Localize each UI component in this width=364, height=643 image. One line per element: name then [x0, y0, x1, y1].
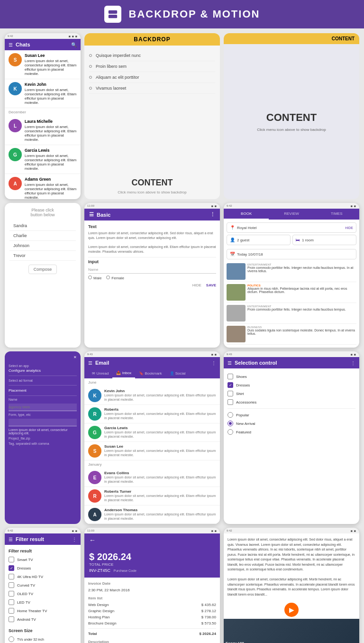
guests-icon: 👤: [230, 238, 235, 242]
filter-curved[interactable]: Curved TV: [9, 581, 77, 589]
menu-item-2[interactable]: Proin libero sem: [89, 61, 215, 72]
email-item-kevin[interactable]: K Kevin John Lorem ipsum dolor sit amet,…: [84, 386, 220, 405]
radio-featured-circle[interactable]: [228, 429, 233, 435]
chat-item-garcia[interactable]: G Garcia Lewis Lorem ipsum dolor sit ame…: [5, 145, 81, 174]
list-item-johnson[interactable]: Johnson: [9, 241, 76, 251]
date-field[interactable]: 📅 Today 10/07/18: [227, 249, 356, 259]
rooms-field[interactable]: 🛏 1 room: [292, 235, 356, 245]
filter-more-icon[interactable]: ⋮: [72, 537, 77, 542]
checkbox-accessories-box[interactable]: [228, 399, 233, 405]
checkbox-shoes[interactable]: Shoes: [228, 372, 355, 381]
email-item-susan[interactable]: S Susan Lee Lorem ipsum dolor sit amet, …: [84, 442, 220, 460]
chat-name-susan: Susan Lee: [25, 53, 77, 58]
chat-item-susan[interactable]: S Susan Lee Lorem ipsum dolor sit amet, …: [5, 50, 81, 79]
chat-item-laura[interactable]: L Laura Michelle Lorem ipsum dolor sit a…: [5, 116, 81, 145]
hamburger-icon[interactable]: ☰: [89, 211, 94, 218]
content-desc-right: Click menu icon above to show backdrop: [257, 128, 326, 132]
chat-title: Chats: [16, 42, 68, 47]
radio-featured[interactable]: Featured: [228, 428, 355, 436]
name-input[interactable]: Name: [88, 266, 216, 274]
size-under32[interactable]: TVs under 32 inch: [9, 635, 77, 643]
filter-android[interactable]: Android TV: [9, 615, 77, 624]
chat-name-laura: Laura Michelle: [25, 119, 77, 124]
menu-item-4[interactable]: Vivamus laoreet: [89, 83, 215, 94]
email-hamburger-icon[interactable]: ☰: [88, 360, 92, 366]
filter-curved-box[interactable]: [9, 582, 14, 588]
filter-phone: 9:42◾◾ ☰ Filter result ⋮ Filter result S…: [5, 528, 81, 643]
checkbox-shirt[interactable]: Shirt: [228, 389, 355, 398]
news-item-4[interactable]: BUSINESS Duis sodales ligula non sceleri…: [227, 324, 356, 345]
size-under32-radio[interactable]: [9, 636, 14, 642]
checkbox-shirt-box[interactable]: [228, 391, 233, 396]
invoice-back-icon[interactable]: ←: [89, 536, 96, 544]
radio-popular-circle[interactable]: [228, 412, 233, 418]
checkbox-shoes-box[interactable]: [228, 374, 233, 379]
hide-button[interactable]: HIDE: [192, 283, 201, 287]
close-button[interactable]: ✕: [9, 355, 77, 359]
svg-rect-0: [108, 10, 117, 14]
filter-4k-box[interactable]: [9, 574, 14, 579]
female-radio[interactable]: Female: [106, 276, 124, 280]
play-button[interactable]: ▶: [284, 603, 299, 617]
radio-new-arrival-circle[interactable]: [228, 421, 233, 426]
filter-dresses[interactable]: ✓ Dresses: [9, 564, 77, 572]
agency-input[interactable]: [9, 404, 77, 411]
filter-led[interactable]: LED TV: [9, 598, 77, 606]
filter-oled-box[interactable]: [9, 591, 14, 597]
menu-item-1[interactable]: Quisque imperdiet nunc: [89, 50, 215, 61]
checkbox-accessories[interactable]: Accessories: [228, 398, 355, 406]
filter-hamburger-icon[interactable]: ☰: [9, 537, 13, 542]
checkbox-dresses-box[interactable]: ✓: [228, 382, 233, 388]
tab-times[interactable]: TIMES: [314, 209, 359, 220]
filter-oled[interactable]: OLED TV: [9, 589, 77, 598]
filter-home-theater[interactable]: Home Theater TV: [9, 606, 77, 615]
selection-more-icon[interactable]: ⋮: [351, 360, 355, 366]
more-icon[interactable]: ⋮: [210, 211, 215, 218]
email-item-roberts[interactable]: R Roberts Lorem ipsum dolor sit amet, co…: [84, 405, 220, 423]
input-section-title: Input: [88, 259, 216, 264]
tab-unread[interactable]: ✉ Unread: [88, 368, 112, 378]
filter-home-theater-box[interactable]: [9, 608, 14, 614]
invoice-item-hosting: Hosting Plan$ 738.00: [88, 614, 216, 620]
tab-social[interactable]: 👤 Social: [166, 368, 190, 378]
tab-inbox[interactable]: 📥 Inbox: [112, 368, 135, 378]
email-item-evans[interactable]: E Evans Collins Lorem ipsum dolor sit am…: [84, 468, 220, 487]
filter-4k[interactable]: 4K Ultra HD TV: [9, 572, 77, 581]
radio-new-arrival[interactable]: New Arrival: [228, 419, 355, 428]
list-item-charlie[interactable]: Charlie: [9, 231, 76, 241]
list-item-trevor[interactable]: Trevor: [9, 251, 76, 261]
news-item-3[interactable]: ENTERTAINMENT Proin commodo porttitor fe…: [227, 303, 356, 324]
email-item-roberts-turner[interactable]: R Roberts Turner Lorem ipsum dolor sit a…: [84, 487, 220, 505]
basic-content: Text Lorem ipsum dolor sit amet, consect…: [84, 220, 220, 291]
filter-smart-tv[interactable]: Smart TV: [9, 555, 77, 564]
form-type-input[interactable]: [9, 419, 77, 426]
filter-dresses-box[interactable]: ✓: [9, 565, 14, 571]
checkbox-dresses[interactable]: ✓ Dresses: [228, 381, 355, 389]
tab-book[interactable]: BOOK: [224, 209, 269, 220]
chat-item-kevin[interactable]: K Kevin John Lorem ipsum dolor sit amet,…: [5, 79, 81, 108]
email-item-garcia[interactable]: G Garcia Lewis Lorem ipsum dolor sit ame…: [84, 423, 220, 442]
rooms-icon: 🛏: [296, 238, 300, 242]
guests-field[interactable]: 👤 2 guest: [227, 235, 291, 245]
news-item-1[interactable]: ENTERTAINMENT Proin commodo porttitor fe…: [227, 261, 356, 282]
email-item-anderson[interactable]: A Anderson Thomas Lorem ipsum dolor sit …: [84, 505, 220, 524]
chat-item-adams[interactable]: A Adams Green Lorem ipsum dolor sit amet…: [5, 174, 81, 199]
hotel-field[interactable]: 📍 Royal Hotel HIDE: [227, 222, 356, 233]
avatar-roberts-turner-email: R: [88, 489, 101, 503]
tab-bookmark[interactable]: 🔖 Bookmark: [135, 368, 165, 378]
filter-android-box[interactable]: [9, 616, 14, 622]
tab-review[interactable]: REVIEW: [269, 209, 314, 220]
hide-label[interactable]: HIDE: [345, 226, 353, 230]
filter-smart-tv-box[interactable]: [9, 557, 14, 562]
selection-hamburger-icon[interactable]: ☰: [228, 360, 232, 366]
menu-item-3[interactable]: Aliquam ac elit porttitor: [89, 72, 215, 83]
compose-button[interactable]: Compose: [28, 265, 57, 274]
news-item-2[interactable]: POLITICS Aliquam in risus nibh. Pellente…: [227, 282, 356, 303]
radio-popular[interactable]: Popular: [228, 411, 355, 419]
chat-search-icon[interactable]: 🔍: [71, 42, 77, 47]
filter-led-box[interactable]: [9, 599, 14, 605]
email-more-icon[interactable]: ⋮: [211, 360, 216, 366]
male-radio[interactable]: Male: [88, 276, 101, 280]
save-button[interactable]: SAVE: [206, 283, 216, 287]
list-item-sandra[interactable]: Sandra: [9, 221, 76, 231]
